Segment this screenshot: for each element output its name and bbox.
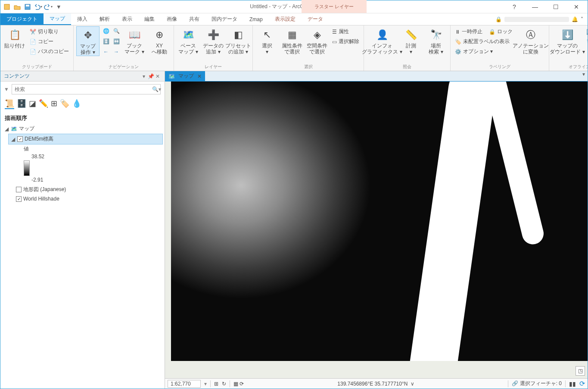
legend-min: -2.91 [31,177,163,183]
minimize-button[interactable]: — [526,1,544,13]
pause-drawing-icon[interactable]: ▮▮ [569,380,576,387]
selected-features-label[interactable]: 🔗 選択フィーチャ: 0 [512,380,562,387]
notifications-icon[interactable]: 🔔 [572,16,578,22]
pane-pin-icon[interactable]: 📌 [147,73,154,79]
list-by-source-icon[interactable]: 🗄️ [17,99,26,109]
pane-header: コンテンツ ▾ 📌 ✕ [0,71,165,82]
label-options-button[interactable]: ⚙️オプション ▾ [453,47,513,56]
list-by-perception-icon[interactable]: 💧 [72,99,81,109]
next-extent-icon[interactable]: → [112,47,121,56]
collapse-icon[interactable]: ◢ [4,126,9,132]
tab-analysis[interactable]: 解析 [93,13,116,25]
remove-button[interactable]: 🗑️削除 [585,37,588,46]
contents-search-input[interactable] [12,84,161,94]
close-tab-icon[interactable]: ✕ [197,73,202,79]
navigator-icon[interactable]: ◳ [576,366,585,376]
status-tool-icon[interactable]: ⊞ [214,381,218,387]
tab-insert[interactable]: 挿入 [71,13,93,25]
quick-access-toolbar: ▾ ▾ ⯆ [2,2,63,12]
attributes-button[interactable]: ☰属性 [330,27,361,36]
toc-layer-hillshade[interactable]: ✓ World Hillshade [14,194,163,203]
list-by-editing-icon[interactable]: ✏️ [39,99,48,109]
help-icon[interactable]: ? [505,1,524,13]
copy-button[interactable]: 📄コピー [28,37,71,46]
locate-button[interactable]: 🔭場所 検索 ▾ [424,26,448,55]
tab-edit[interactable]: 編集 [138,13,161,25]
add-preset-button[interactable]: ◧プリセット の追加 ▾ [227,26,250,55]
close-button[interactable]: ✕ [567,1,586,13]
tab-domestic[interactable]: 国内データ [205,13,243,25]
add-data-icon: ➕ [206,28,220,42]
scale-selector[interactable]: 1:62,770 [168,380,201,388]
coordinates-display[interactable]: 139.7456896°E 35.7177710°N ∨ [247,381,504,387]
signin-text[interactable] [504,17,569,22]
new-project-icon[interactable] [2,2,12,12]
pause-labels-button[interactable]: ⏸一時停止 🔒ロック [453,27,513,36]
basemap-button[interactable]: 🗺️ベース マップ ▾ [177,26,200,55]
qat-customize-icon[interactable]: ⯆ [54,2,63,12]
measure-button[interactable]: 📏計測 ▾ [399,26,423,55]
toc-map-frame[interactable]: ◢ 🗺️ マップ [2,124,163,134]
location-icon: ◈ [310,28,324,42]
clear-selection-button[interactable]: ▭選択解除 [330,37,361,46]
pane-close-icon[interactable]: ✕ [154,73,161,79]
map-icon: 🗺️ [168,73,175,79]
fixed-zoom-in-icon[interactable]: ↕️ [101,37,111,46]
select-by-loc-button[interactable]: ◈空間条件 で選択 [305,26,329,55]
zoom-sel-icon[interactable]: 🔍 [112,26,121,36]
save-icon[interactable] [23,2,32,12]
status-snap-icon[interactable]: ▦ ⟳ [233,381,244,387]
paste-button[interactable]: 📋貼り付け [3,26,26,49]
toc-layer-dem[interactable]: ◢ ✓ DEM5m標高 [8,134,163,144]
refresh-icon[interactable]: ⟳ [579,380,585,388]
layer-visibility-checkbox[interactable] [16,187,22,192]
tab-zmap[interactable]: Zmap [243,13,269,25]
maximize-button[interactable]: ☐ [546,1,565,13]
search-icon[interactable]: 🔍▾ [152,86,161,92]
target-icon: ⊕ [152,28,166,42]
goto-xy-button[interactable]: ⊕XY へ移動 [148,26,171,55]
map-canvas[interactable]: ◳ [165,82,588,378]
pane-title: コンテンツ [4,72,140,80]
cut-button[interactable]: ✂️切り取り [28,27,71,36]
ribbon-collapse-icon[interactable]: ˄ [581,16,583,22]
convert-annotation-button[interactable]: Ⓐアノテーション に変換 [515,26,546,55]
list-by-drawing-icon[interactable]: 📜 [5,99,14,109]
add-data-button[interactable]: ➕データの 追加 ▾ [202,26,225,55]
filter-icon[interactable]: ▼ [4,86,9,92]
tab-view[interactable]: 表示 [116,13,138,25]
status-rotation-icon[interactable]: ↻ [222,381,226,387]
fixed-zoom-out-icon[interactable]: ↔️ [112,37,121,46]
layer-visibility-checkbox[interactable]: ✓ [16,196,22,202]
tab-project[interactable]: プロジェクト [0,13,44,25]
list-by-selection-icon[interactable]: ◪ [29,99,36,109]
explore-button[interactable]: ✥マップ 操作 ▾ [76,26,100,56]
copy-path-button[interactable]: 📄パスのコピー [28,47,71,56]
unplaced-labels-button[interactable]: 🏷️未配置ラベルの表示 [453,37,513,46]
bookmarks-button[interactable]: 📖ブック マーク ▾ [123,26,146,55]
pane-menu-icon[interactable]: ▾ [140,73,147,79]
toc-layer-topo[interactable]: 地形図 (Japanese) [14,185,163,194]
collapse-icon[interactable]: ◢ [10,136,16,142]
open-project-icon[interactable] [12,2,22,12]
tab-appearance[interactable]: 表示設定 [269,13,302,25]
infographics-button[interactable]: 👤インフォ グラフィックス ▾ [367,26,398,55]
view-menu-icon[interactable]: ▾ [580,71,588,81]
layer-visibility-checkbox[interactable]: ✓ [17,136,23,142]
tab-map[interactable]: マップ [44,13,71,25]
signin-icon[interactable]: 🔒 [495,16,502,22]
redo-icon[interactable]: ▾ [44,2,53,12]
download-map-button[interactable]: ⬇️マップの ダウンロード ▾ [552,26,583,55]
tab-data[interactable]: データ [302,13,329,25]
prev-extent-icon[interactable]: ← [101,47,111,56]
select-by-attr-button[interactable]: ▦属性条件 で選択 [280,26,304,55]
sync-button[interactable]: 🔄同期 [585,27,588,36]
list-by-snapping-icon[interactable]: ⊞ [51,99,57,109]
tab-imagery[interactable]: 画像 [161,13,183,25]
select-button[interactable]: ↖選択 ▾ [255,26,279,55]
tab-share[interactable]: 共有 [183,13,205,25]
list-by-labeling-icon[interactable]: 🏷️ [60,99,69,109]
full-extent-icon[interactable]: 🌐 [101,26,111,36]
undo-icon[interactable]: ▾ [33,2,43,12]
map-view-tab[interactable]: 🗺️ マップ ✕ [165,71,205,81]
